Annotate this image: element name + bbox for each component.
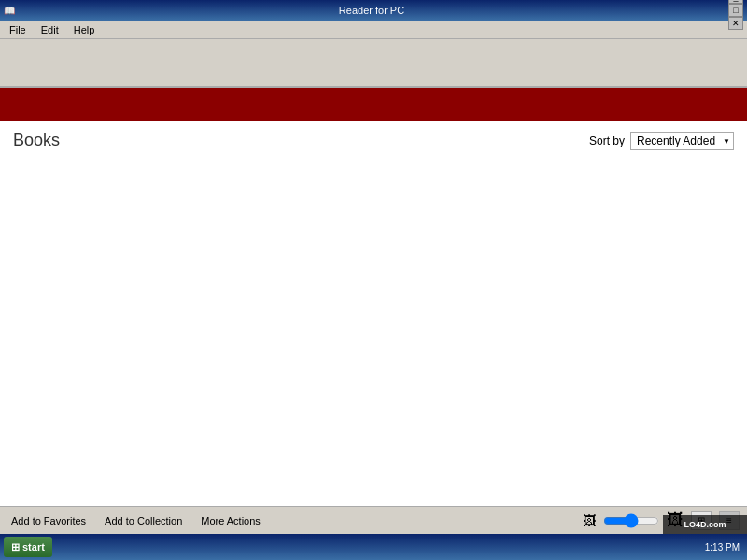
sort-dropdown-wrapper[interactable]: Recently Added [630, 132, 734, 150]
status-bar: Add to Favorites Add to Collection More … [0, 506, 747, 534]
title-control-btn[interactable]: □ [728, 4, 743, 17]
taskbar-right: 1:13 PM [705, 542, 743, 553]
menu-item-help[interactable]: Help [70, 22, 99, 37]
title-bar: 📖 Reader for PC _□✕ [0, 0, 747, 21]
sort-by-label: Sort by [589, 134, 625, 147]
title-bar-text: Reader for PC [339, 5, 404, 16]
start-label: start [22, 541, 45, 553]
sort-by-area: Sort by Recently Added [589, 132, 734, 150]
sort-select[interactable]: Recently Added [630, 132, 734, 150]
title-bar-icon: 📖 [4, 6, 15, 16]
nav-tabs [0, 88, 747, 121]
tab-bar [0, 39, 747, 88]
more-actions-button[interactable]: More Actions [197, 513, 264, 528]
title-control-btn[interactable]: ✕ [728, 17, 743, 30]
books-header: Books Sort by Recently Added [13, 131, 734, 150]
menu-bar: FileEditHelp [0, 21, 747, 39]
menu-item-file[interactable]: File [6, 22, 30, 37]
books-title: Books [13, 131, 60, 150]
watermark: LO4D.com [663, 515, 747, 534]
windows-icon: ⊞ [11, 541, 20, 553]
add-to-collection-button[interactable]: Add to Collection [101, 513, 186, 528]
menu-item-edit[interactable]: Edit [37, 22, 63, 37]
add-to-favorites-button[interactable]: Add to Favorites [7, 513, 90, 528]
start-button[interactable]: ⊞ start [4, 537, 52, 557]
title-bar-controls: _□✕ [728, 0, 743, 30]
zoom-slider[interactable] [603, 513, 659, 528]
main-content: Books Sort by Recently Added [0, 121, 747, 506]
image-icon: 🖼 [583, 513, 596, 528]
taskbar-time: 1:13 PM [705, 542, 740, 553]
taskbar: ⊞ start 1:13 PM [0, 534, 747, 560]
